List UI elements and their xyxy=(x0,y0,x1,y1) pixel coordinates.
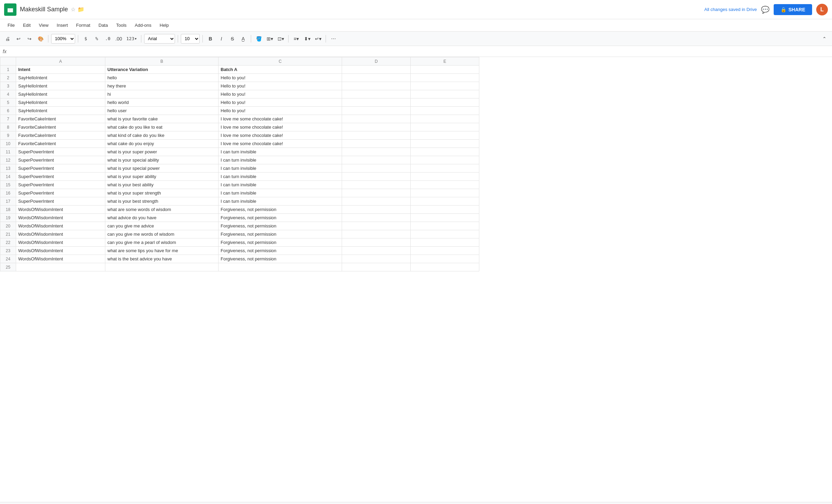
cell-23-c[interactable]: Forgiveness, not permission xyxy=(219,247,342,255)
table-row[interactable]: 16SuperPowerIntentwhat is your super str… xyxy=(0,189,479,197)
comments-icon[interactable]: 💬 xyxy=(761,5,770,14)
cell-15-e[interactable] xyxy=(411,181,479,189)
cell-20-b[interactable]: can you give me advice xyxy=(105,222,219,230)
cell-16-c[interactable]: I can turn invisible xyxy=(219,189,342,197)
table-row[interactable]: 3SayHelloIntenthey thereHello to you! xyxy=(0,82,479,90)
table-row[interactable]: 19WordsOfWisdomIntentwhat advice do you … xyxy=(0,214,479,222)
cell-2-a[interactable]: SayHelloIntent xyxy=(16,74,105,82)
cell-18-a[interactable]: WordsOfWisdomIntent xyxy=(16,206,105,214)
cell-6-b[interactable]: hello user xyxy=(105,107,219,115)
menu-insert[interactable]: Insert xyxy=(53,21,71,29)
more-button[interactable]: ⋯ xyxy=(329,34,338,44)
table-row[interactable]: 14SuperPowerIntentwhat is your super abi… xyxy=(0,173,479,181)
currency-button[interactable]: $ xyxy=(81,34,91,44)
vertical-align-button[interactable]: ⬍▾ xyxy=(302,34,312,44)
cell-3-a[interactable]: SayHelloIntent xyxy=(16,82,105,90)
cell-22-e[interactable] xyxy=(411,238,479,247)
cell-15-a[interactable]: SuperPowerIntent xyxy=(16,181,105,189)
cell-15-c[interactable]: I can turn invisible xyxy=(219,181,342,189)
decimal-dec-button[interactable]: .0 xyxy=(103,34,113,44)
cell-21-e[interactable] xyxy=(411,230,479,238)
table-row[interactable]: 1IntentUtterance VariationBatch A xyxy=(0,66,479,74)
cell-25-e[interactable] xyxy=(411,263,479,271)
cell-5-a[interactable]: SayHelloIntent xyxy=(16,98,105,107)
text-wrap-button[interactable]: ↵▾ xyxy=(313,34,323,44)
cell-18-d[interactable] xyxy=(342,206,411,214)
cell-14-e[interactable] xyxy=(411,173,479,181)
cell-21-a[interactable]: WordsOfWisdomIntent xyxy=(16,230,105,238)
align-button[interactable]: ≡▾ xyxy=(291,34,301,44)
col-header-d[interactable]: D xyxy=(342,57,411,66)
cell-1-e[interactable] xyxy=(411,66,479,74)
text-color-button[interactable]: A̲ xyxy=(238,34,248,44)
cell-11-d[interactable] xyxy=(342,148,411,156)
cell-14-d[interactable] xyxy=(342,173,411,181)
table-row[interactable]: 6SayHelloIntenthello userHello to you! xyxy=(0,107,479,115)
cell-25-d[interactable] xyxy=(342,263,411,271)
table-row[interactable]: 21WordsOfWisdomIntentcan you give me wor… xyxy=(0,230,479,238)
fill-color-button[interactable]: 🪣 xyxy=(254,34,263,44)
cell-8-a[interactable]: FavoriteCakeIntent xyxy=(16,123,105,131)
print-button[interactable]: 🖨 xyxy=(3,34,12,44)
cell-12-d[interactable] xyxy=(342,156,411,164)
table-row[interactable]: 11SuperPowerIntentwhat is your super pow… xyxy=(0,148,479,156)
cell-19-b[interactable]: what advice do you have xyxy=(105,214,219,222)
cell-16-b[interactable]: what is your super strength xyxy=(105,189,219,197)
table-row[interactable]: 25 xyxy=(0,263,479,271)
cell-18-c[interactable]: Forgiveness, not permission xyxy=(219,206,342,214)
menu-format[interactable]: Format xyxy=(73,21,94,29)
cell-12-b[interactable]: what is your special ability xyxy=(105,156,219,164)
cell-16-e[interactable] xyxy=(411,189,479,197)
cell-1-c[interactable]: Batch A xyxy=(219,66,342,74)
cell-17-a[interactable]: SuperPowerIntent xyxy=(16,197,105,206)
decimal-inc-button[interactable]: .00 xyxy=(114,34,124,44)
cell-10-c[interactable]: I love me some chocolate cake! xyxy=(219,140,342,148)
cell-9-d[interactable] xyxy=(342,131,411,140)
cell-21-c[interactable]: Forgiveness, not permission xyxy=(219,230,342,238)
cell-22-c[interactable]: Forgiveness, not permission xyxy=(219,238,342,247)
table-row[interactable]: 4SayHelloIntenthiHello to you! xyxy=(0,90,479,98)
table-row[interactable]: 8FavoriteCakeIntentwhat cake do you like… xyxy=(0,123,479,131)
formula-input[interactable] xyxy=(9,47,829,56)
percent-button[interactable]: % xyxy=(92,34,102,44)
cell-3-c[interactable]: Hello to you! xyxy=(219,82,342,90)
cell-25-c[interactable] xyxy=(219,263,342,271)
cell-24-c[interactable]: Forgiveness, not permission xyxy=(219,255,342,263)
cell-7-b[interactable]: what is your favorite cake xyxy=(105,115,219,123)
menu-edit[interactable]: Edit xyxy=(20,21,34,29)
cell-6-d[interactable] xyxy=(342,107,411,115)
table-row[interactable]: 5SayHelloIntenthello worldHello to you! xyxy=(0,98,479,107)
cell-3-b[interactable]: hey there xyxy=(105,82,219,90)
cell-17-c[interactable]: I can turn invisible xyxy=(219,197,342,206)
cell-23-a[interactable]: WordsOfWisdomIntent xyxy=(16,247,105,255)
cell-19-a[interactable]: WordsOfWisdomIntent xyxy=(16,214,105,222)
cell-7-d[interactable] xyxy=(342,115,411,123)
table-row[interactable]: 23WordsOfWisdomIntentwhat are some tips … xyxy=(0,247,479,255)
cell-15-d[interactable] xyxy=(342,181,411,189)
cell-8-e[interactable] xyxy=(411,123,479,131)
col-header-c[interactable]: C xyxy=(219,57,342,66)
cell-4-e[interactable] xyxy=(411,90,479,98)
cell-24-b[interactable]: what is the best advice you have xyxy=(105,255,219,263)
cell-10-b[interactable]: what cake do you enjoy xyxy=(105,140,219,148)
share-button[interactable]: 🔒 SHARE xyxy=(774,4,812,15)
cell-25-b[interactable] xyxy=(105,263,219,271)
cell-4-d[interactable] xyxy=(342,90,411,98)
cell-8-c[interactable]: I love me some chocolate cake! xyxy=(219,123,342,131)
cell-23-b[interactable]: what are some tips you have for me xyxy=(105,247,219,255)
table-row[interactable]: 13SuperPowerIntentwhat is your special p… xyxy=(0,164,479,173)
cell-12-e[interactable] xyxy=(411,156,479,164)
table-row[interactable]: 12SuperPowerIntentwhat is your special a… xyxy=(0,156,479,164)
cell-7-e[interactable] xyxy=(411,115,479,123)
cell-24-a[interactable]: WordsOfWisdomIntent xyxy=(16,255,105,263)
table-row[interactable]: 15SuperPowerIntentwhat is your best abil… xyxy=(0,181,479,189)
cell-1-a[interactable]: Intent xyxy=(16,66,105,74)
table-row[interactable]: 24WordsOfWisdomIntentwhat is the best ad… xyxy=(0,255,479,263)
table-row[interactable]: 9FavoriteCakeIntentwhat kind of cake do … xyxy=(0,131,479,140)
redo-button[interactable]: ↪ xyxy=(25,34,34,44)
strikethrough-button[interactable]: S xyxy=(227,34,237,44)
cell-13-b[interactable]: what is your special power xyxy=(105,164,219,173)
cell-17-e[interactable] xyxy=(411,197,479,206)
user-avatar[interactable]: L xyxy=(816,4,828,15)
cell-24-d[interactable] xyxy=(342,255,411,263)
